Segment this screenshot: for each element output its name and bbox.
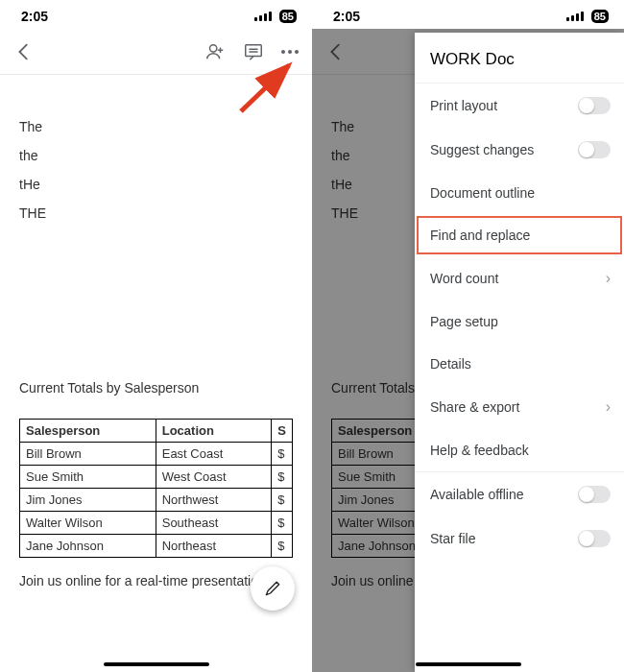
menu.label: Help & feedback xyxy=(430,443,529,458)
doc-text: the xyxy=(19,148,293,163)
menu-share-export[interactable]: Share & export › xyxy=(415,385,624,429)
signal-icon xyxy=(254,12,272,21)
status-bar: 2:05 85 xyxy=(0,0,312,29)
menu-word-count[interactable]: Word count › xyxy=(415,256,624,300)
section-heading: Current Totals by Salesperson xyxy=(19,380,293,396)
signal-icon xyxy=(566,12,584,21)
status-right: 85 xyxy=(566,10,609,23)
overflow-menu: WORK Doc Print layout Suggest changes Do… xyxy=(415,33,624,672)
toggle-icon[interactable] xyxy=(578,486,611,503)
status-bar: 2:05 85 xyxy=(312,0,624,29)
back-icon[interactable] xyxy=(13,41,35,62)
add-person-icon[interactable] xyxy=(204,41,226,62)
menu-label: Available offline xyxy=(430,487,524,502)
menu-label: Page setup xyxy=(430,314,498,329)
toggle-icon[interactable] xyxy=(578,97,611,114)
menu-title: WORK Doc xyxy=(415,33,624,83)
doc-text: The xyxy=(19,119,293,134)
menu-label: Suggest changes xyxy=(430,142,534,157)
table-header: Salesperson xyxy=(20,420,156,443)
home-indicator xyxy=(104,662,209,666)
menu-available-offline[interactable]: Available offline xyxy=(415,472,624,516)
menu-find-replace[interactable]: Find and replace xyxy=(415,214,624,256)
battery-icon: 85 xyxy=(279,10,297,23)
menu-suggest-changes[interactable]: Suggest changes xyxy=(415,128,624,172)
sales-table: Salesperson Location S Bill BrownEast Co… xyxy=(19,419,293,558)
chevron-right-icon: › xyxy=(606,398,611,416)
table-row: Sue SmithWest Coast$ xyxy=(20,466,293,489)
menu-label: Star file xyxy=(430,531,475,546)
table-header: S xyxy=(272,420,293,443)
edit-fab[interactable] xyxy=(251,566,295,611)
toggle-icon[interactable] xyxy=(578,141,611,158)
pencil-icon xyxy=(263,579,282,598)
status-right: 85 xyxy=(254,10,297,23)
table-header: Location xyxy=(156,420,272,443)
menu-label: Find and replace xyxy=(430,228,530,243)
document-body: The the tHe THE Current Totals by Salesp… xyxy=(0,75,312,588)
chevron-right-icon: › xyxy=(606,270,611,287)
doc-text: tHe xyxy=(19,177,293,192)
status-time: 2:05 xyxy=(333,9,360,24)
doc-toolbar xyxy=(0,29,312,75)
more-icon[interactable] xyxy=(281,50,299,54)
doc-text: THE xyxy=(19,205,293,221)
status-time: 2:05 xyxy=(21,9,48,24)
menu-star-file[interactable]: Star file xyxy=(415,516,624,561)
table-row: Bill BrownEast Coast$ xyxy=(20,443,293,466)
svg-rect-2 xyxy=(246,44,262,56)
menu-label: Word count xyxy=(430,271,498,286)
menu-label: Details xyxy=(430,356,471,372)
back-icon[interactable] xyxy=(325,41,347,62)
menu-page-setup[interactable]: Page setup xyxy=(415,300,624,343)
table-row: Walter WilsonSoutheast$ xyxy=(20,512,293,535)
table-row: Jane JohnsonNortheast$ xyxy=(20,535,293,558)
right-pane: 2:05 85 The the tHe THE Current Totals b… xyxy=(312,0,624,672)
comment-icon[interactable] xyxy=(243,41,264,62)
menu-details[interactable]: Details xyxy=(415,343,624,385)
svg-point-1 xyxy=(210,44,217,51)
home-indicator xyxy=(416,662,521,666)
menu-document-outline[interactable]: Document outline xyxy=(415,172,624,214)
menu-help-feedback[interactable]: Help & feedback xyxy=(415,429,624,471)
table-row: Jim JonesNorthwest$ xyxy=(20,489,293,512)
left-pane: 2:05 85 The the tHe THE xyxy=(0,0,312,672)
menu-label: Print layout xyxy=(430,98,497,113)
menu-label: Share & export xyxy=(430,399,519,415)
battery-icon: 85 xyxy=(591,10,609,23)
menu-print-layout[interactable]: Print layout xyxy=(415,84,624,128)
menu-label: Document outline xyxy=(430,185,535,201)
toggle-icon[interactable] xyxy=(578,530,611,547)
table-header-row: Salesperson Location S xyxy=(20,420,293,443)
